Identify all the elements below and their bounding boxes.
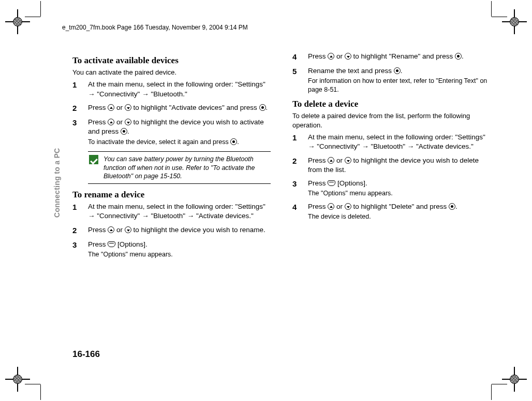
text: Press [88,104,108,111]
step: 3 Press [Options]. The "Options" menu ap… [72,240,271,259]
nav-up-icon [108,119,114,125]
nav-up-icon [328,53,334,60]
text: Rename the text and press [308,67,394,75]
nav-down-icon [125,104,131,111]
text: "Connectivity" [95,212,142,220]
crop-mark [471,364,492,384]
tip-box: You can save battery power by turning th… [88,151,271,184]
step-number: 3 [72,118,88,146]
step-text: Rename the text and press . For informat… [308,66,491,94]
step-text: Press or to highlight the device you wis… [88,225,271,236]
text: Press [88,118,108,126]
step-number: 2 [72,103,88,113]
arrow-icon: → [142,90,149,98]
step-text: Press or to highlight "Activate devices"… [88,103,271,113]
step-number: 5 [292,66,308,94]
step: 3 Press [Options]. The "Options" menu ap… [292,179,491,198]
center-key-icon [259,104,266,111]
text: . [401,67,403,75]
step-number: 3 [292,179,308,198]
text: Press [308,156,328,164]
nav-up-icon [328,203,334,210]
step-text: At the main menu, select in the followin… [308,133,491,151]
text: . [462,52,464,60]
section-title-delete: To delete a device [292,98,491,110]
text: "Bluetooth." [149,90,187,98]
text: "Bluetooth" [369,142,407,150]
center-key-icon [121,128,127,135]
step-text: Press or to highlight "Delete" and press… [308,202,491,221]
step-subtext: The device is deleted. [308,212,491,221]
center-key-icon [230,138,237,145]
step-subtext: For information on how to enter text, re… [308,77,491,94]
step-number: 2 [72,225,88,236]
crop-mark [40,17,61,37]
text: "Bluetooth" [149,212,187,220]
arrow-icon: → [187,212,195,220]
nav-down-icon [345,157,351,164]
text: [Options]. [335,179,367,187]
nav-down-icon [125,119,131,125]
nav-up-icon [108,104,114,111]
text: to highlight "Delete" and press [351,203,449,210]
nav-up-icon [328,157,334,164]
crop-mark [40,364,61,384]
side-tab-label: Connecting to a PC [53,148,61,218]
text: or [114,104,125,111]
step-number: 4 [292,202,308,221]
step: 2 Press or to highlight "Activate device… [72,103,271,113]
arrow-icon: → [308,142,315,150]
step-text: Press [Options]. The "Options" menu appe… [308,179,491,198]
right-column: 4 Press or to highlight "Rename" and pre… [292,52,491,354]
softkey-icon [328,180,335,186]
steps-rename: 1 At the main menu, select in the follow… [72,202,271,259]
step-number: 3 [72,240,88,259]
tip-text: You can save battery power by turning th… [104,155,270,180]
nav-down-icon [125,226,131,233]
step: 4 Press or to highlight "Rename" and pre… [292,52,491,62]
step: 1 At the main menu, select in the follow… [72,202,271,221]
step-subtext: The "Options" menu appears. [88,250,271,259]
text: Press [308,179,328,187]
step-subtext: The "Options" menu appears. [308,189,491,198]
text: At the main menu, select in the followin… [88,203,265,210]
step: 2 Press or to highlight the device you w… [292,156,491,175]
step: 2 Press or to highlight the device you w… [72,225,271,236]
section-intro: You can activate the paired device. [72,68,271,77]
section-title-activate: To activate available devices [72,55,271,67]
arrow-icon: → [362,142,369,150]
text: . [237,138,239,146]
text: . [127,127,129,135]
text: to highlight the device you wish to rena… [131,226,265,234]
step: 3 Press or to highlight the device you w… [72,118,271,146]
registration-mark-tr [502,9,527,34]
registration-mark-tl [5,9,30,34]
checkmark-icon [89,155,98,164]
step-number: 1 [72,202,88,221]
text: . [455,203,457,210]
step: 1 At the main menu, select in the follow… [292,133,491,151]
nav-down-icon [345,53,351,60]
registration-mark-br [502,367,527,392]
center-key-icon [449,203,455,210]
step-text: Press or to highlight "Rename" and press… [308,52,491,62]
text: "Connectivity" [95,90,142,98]
step-subtext: To inactivate the device, select it agai… [88,138,271,147]
left-column: To activate available devices You can ac… [72,52,271,354]
softkey-icon [108,241,115,247]
arrow-icon: → [88,90,95,98]
step-number: 2 [292,156,308,175]
arrow-icon: → [407,142,415,150]
nav-up-icon [108,226,114,233]
step: 1 At the main menu, select in the follow… [72,80,271,98]
steps-rename-cont: 4 Press or to highlight "Rename" and pre… [292,52,491,94]
text: To inactivate the device, select it agai… [88,138,230,146]
nav-down-icon [345,203,351,210]
step: 4 Press or to highlight "Delete" and pre… [292,202,491,221]
text: "Activate devices." [194,212,254,220]
text: . [266,104,268,111]
steps-delete: 1 At the main menu, select in the follow… [292,133,491,221]
text: At the main menu, select in the followin… [88,80,265,88]
step-text: Press or to highlight the device you wis… [308,156,491,175]
text: Press [88,240,108,248]
